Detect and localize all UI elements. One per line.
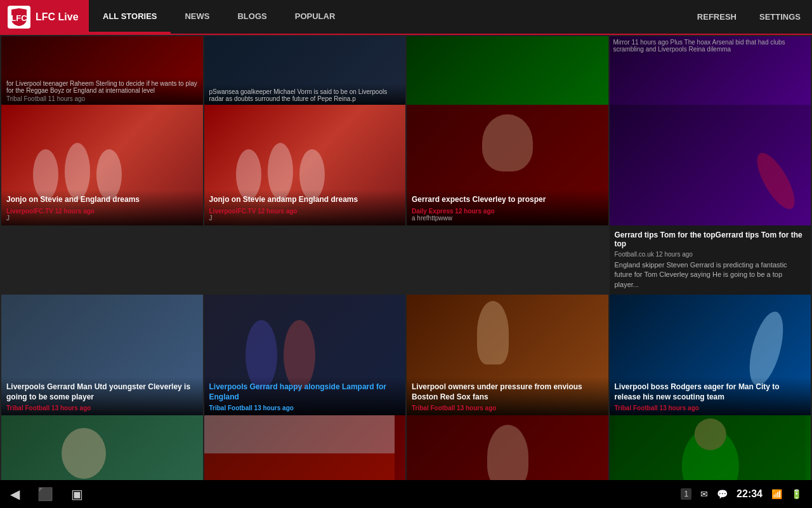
card-jonjo-2[interactable]: Jonjo on Stevie andamp England dreams Li… [204,105,406,225]
top-nav: LFC LFC Live ALL STORIES NEWS BLOGS POPU… [0,0,812,35]
svg-point-7 [750,148,801,215]
partial-card-wide[interactable]: Mirror 11 hours ago Plus The hoax Arsena… [610,36,811,105]
svg-text:LFC: LFC [11,13,27,23]
card-dalglish-club-country[interactable]: Liverpool legend Dalglish says players s… [407,415,608,480]
clock: 22:34 [737,488,763,500]
row-3: Liverpool legend Dalglish happy seeing S… [0,415,812,480]
card-reina-future[interactable]: Reina fighting for Liverpool future Trib… [610,415,811,480]
tab-news[interactable]: NEWS [171,0,223,34]
wifi-icon: 📶 [771,489,782,499]
card-gerrard-cleverley[interactable]: Gerrard expects Cleverley to prosper Dai… [407,105,608,225]
card-gerrard-cleverley-2[interactable]: Liverpools Gerrard Man Utd youngster Cle… [1,295,203,415]
svg-point-15 [694,418,726,450]
logo-text: LFC Live [36,11,79,23]
content-area: for Liverpool teenager Raheem Sterling t… [0,35,812,480]
logo-shield: LFC [8,6,30,29]
card-jonjo-1[interactable]: Jonjo on Stevie and England dreams Liver… [1,105,203,225]
row-2: Liverpools Gerrard Man Utd youngster Cle… [0,295,812,415]
card-gerrard-lampard[interactable]: Liverpools Gerrard happy alongside Lampa… [204,295,406,415]
card-owners-red-sox[interactable]: Liverpool owners under pressure from env… [407,295,608,415]
svg-rect-11 [204,453,395,480]
row-1: Jonjo on Stevie and England dreams Liver… [0,105,812,295]
card-gerrard-tips-wide[interactable]: Gerrard tips Tom for the topGerrard tips… [610,105,811,295]
card-rodgers-scouting[interactable]: Liverpool boss Rodgers eager for Man Cit… [610,295,811,415]
tab-blogs[interactable]: BLOGS [223,0,280,34]
tab-popular[interactable]: POPULAR [281,0,350,34]
partial-card-1[interactable]: for Liverpool teenager Raheem Sterling t… [1,36,203,105]
partial-top-row: for Liverpool teenager Raheem Sterling t… [0,35,812,105]
android-nav: ◀ ⬛ ▣ [10,486,83,502]
refresh-button[interactable]: REFRESH [686,0,748,34]
home-button[interactable]: ⬛ [37,486,53,502]
nav-right: REFRESH SETTINGS [686,0,812,34]
recents-button[interactable]: ▣ [71,486,83,502]
partial-card-3[interactable] [407,36,608,105]
bottom-bar: ◀ ⬛ ▣ 1 ✉ 💬 22:34 📶 🔋 [0,480,812,508]
tab-all-stories[interactable]: ALL STORIES [89,0,171,34]
status-bar: 1 ✉ 💬 22:34 📶 🔋 [681,488,802,500]
back-button[interactable]: ◀ [10,486,20,502]
card-dalglish-sterling[interactable]: Liverpool legend Dalglish happy seeing S… [1,415,203,480]
battery-icon: 🔋 [791,489,802,499]
settings-button[interactable]: SETTINGS [748,0,812,34]
logo-area: LFC LFC Live [0,0,89,34]
chat-icon: 💬 [717,489,728,499]
notification-icon-1: 1 [681,488,691,500]
card-swansea-vorm[interactable]: Swansea keeper Vorm on Liverpool radar T… [204,415,406,480]
partial-card-2[interactable]: pSwansea goalkeeper Michael Vorm is said… [204,36,406,105]
email-icon: ✉ [700,489,708,499]
svg-rect-12 [204,415,395,453]
